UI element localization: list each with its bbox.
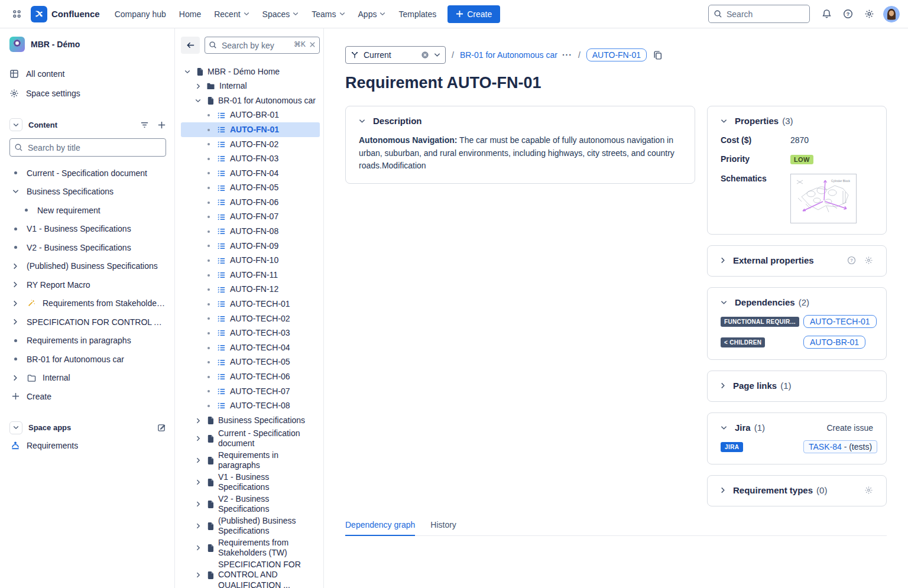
sidebar-content-item[interactable]: Business Specifications [9, 183, 166, 202]
tree-item[interactable]: V1 - Business Specifications [181, 472, 320, 493]
tree-item[interactable]: AUTO-TECH-02 [181, 311, 320, 326]
close-icon[interactable] [309, 41, 316, 48]
chevron-right-icon[interactable] [721, 487, 725, 493]
create-issue-link[interactable]: Create issue [826, 423, 873, 433]
tree-item[interactable]: AUTO-TECH-05 [181, 355, 320, 370]
tree-item[interactable]: (Published) Business Specifications [181, 515, 320, 537]
dependency-link[interactable]: AUTO-BR-01 [803, 336, 865, 349]
breadcrumb-parent-link[interactable]: BR-01 for Autonomous car [460, 50, 557, 60]
back-button[interactable] [181, 37, 200, 54]
top-menu-item[interactable]: Company hub [108, 6, 173, 22]
dependency-link[interactable]: AUTO-TECH-01 [803, 315, 877, 328]
chevron-right-icon[interactable] [11, 375, 20, 381]
settings-gear-icon[interactable] [860, 5, 878, 24]
tree-item[interactable]: BR-01 for Autonomous car [181, 93, 320, 108]
chevron-down-icon[interactable] [721, 119, 727, 124]
sidebar-content-item[interactable]: V1 - Business Specifications [9, 220, 166, 239]
top-menu-item[interactable]: Spaces [256, 6, 306, 22]
tree-item[interactable]: MBR - Démo Home [181, 64, 320, 79]
tab[interactable]: Dependency graph [345, 520, 415, 536]
tree-item[interactable]: AUTO-TECH-01 [181, 297, 320, 312]
sidebar-content-item[interactable]: Requirements in paragraphs [9, 332, 166, 350]
chevron-down-icon[interactable] [359, 119, 365, 124]
edit-icon[interactable] [157, 423, 166, 432]
chevron-down-icon[interactable] [183, 70, 192, 74]
copy-icon[interactable] [653, 50, 663, 60]
tree-item[interactable]: AUTO-FN-07 [181, 210, 320, 225]
chevron-right-icon[interactable] [11, 319, 20, 325]
clear-filter-icon[interactable] [421, 51, 429, 59]
sidebar-item-space-settings[interactable]: Space settings [9, 83, 166, 103]
tree-item[interactable]: AUTO-TECH-04 [181, 340, 320, 355]
collapse-content-icon[interactable] [9, 118, 22, 131]
top-menu-item[interactable]: Home [173, 6, 207, 22]
tree-item[interactable]: SPECIFICATION FOR CONTROL AND QUALIFICAT… [181, 559, 320, 588]
chevron-right-icon[interactable] [721, 257, 725, 264]
tree-item[interactable]: Business Specifications [181, 413, 320, 428]
filter-icon[interactable] [140, 121, 149, 129]
chevron-right-icon[interactable] [194, 501, 202, 507]
sidebar-content-item[interactable]: New requirement [20, 201, 166, 220]
sidebar-content-item[interactable]: (Published) Business Specifications [9, 257, 166, 276]
help-icon[interactable]: ? [847, 256, 856, 265]
app-switcher-icon[interactable] [7, 5, 26, 24]
sidebar-content-item[interactable]: Internal [9, 369, 166, 388]
tree-item[interactable]: AUTO-FN-02 [181, 137, 320, 152]
create-button[interactable]: Create [447, 5, 500, 23]
sidebar-content-item[interactable]: RY Report Macro [9, 275, 166, 294]
top-menu-item[interactable]: Templates [392, 6, 443, 22]
chevron-right-icon[interactable] [721, 382, 725, 389]
tree-item[interactable]: AUTO-TECH-08 [181, 399, 320, 414]
tree-item[interactable]: AUTO-TECH-06 [181, 369, 320, 384]
tree-item[interactable]: AUTO-FN-08 [181, 225, 320, 239]
jira-issue-link[interactable]: TASK-84 - (tests) [803, 440, 877, 453]
tab[interactable]: History [430, 520, 456, 535]
sidebar-content-item[interactable]: V2 - Business Specifications [9, 238, 166, 257]
sidebar-item-all-content[interactable]: All content [9, 64, 166, 83]
chevron-right-icon[interactable] [194, 83, 202, 89]
chevron-down-icon[interactable] [194, 99, 202, 103]
chevron-right-icon[interactable] [194, 479, 202, 485]
chevron-down-icon[interactable] [11, 189, 20, 194]
tree-item[interactable]: Current - Specification document [181, 428, 320, 450]
top-menu-item[interactable]: Recent [207, 6, 255, 22]
gear-icon[interactable] [864, 256, 873, 265]
tree-item[interactable]: AUTO-BR-01 [181, 108, 320, 123]
tree-item[interactable]: AUTO-FN-01 [181, 122, 320, 137]
breadcrumb-current-id[interactable]: AUTO-FN-01 [586, 48, 647, 61]
top-menu-item[interactable]: Apps [352, 6, 393, 22]
chevron-down-icon[interactable] [721, 300, 727, 305]
tree-item[interactable]: AUTO-TECH-03 [181, 326, 320, 341]
tree-item[interactable]: AUTO-FN-10 [181, 254, 320, 268]
chevron-right-icon[interactable] [11, 281, 20, 288]
space-header[interactable]: MBR - Démo [9, 37, 166, 52]
gear-icon[interactable] [864, 486, 873, 495]
tree-item[interactable]: AUTO-FN-03 [181, 152, 320, 167]
schematics-image[interactable]: Cylinder Block [790, 174, 857, 223]
version-filter-dropdown[interactable]: Current [345, 46, 446, 64]
tree-item[interactable]: AUTO-FN-06 [181, 195, 320, 210]
chevron-right-icon[interactable] [194, 523, 202, 529]
tree-item[interactable]: AUTO-FN-09 [181, 239, 320, 254]
tree-item[interactable]: AUTO-FN-05 [181, 181, 320, 196]
tree-item[interactable]: Requirements from Stakeholders (TW) [181, 537, 320, 559]
chevron-right-icon[interactable] [11, 300, 20, 307]
content-search-input[interactable] [9, 138, 166, 157]
add-content-icon[interactable] [157, 121, 166, 129]
chevron-right-icon[interactable] [194, 572, 202, 578]
sidebar-content-item[interactable]: Requirements from Stakeholders (... [9, 294, 166, 313]
user-avatar[interactable] [883, 6, 900, 22]
tree-item[interactable]: Requirements in paragraphs [181, 450, 320, 472]
tree-item[interactable]: V2 - Business Specifications [181, 493, 320, 515]
chevron-right-icon[interactable] [11, 263, 20, 269]
chevron-down-icon[interactable] [721, 425, 727, 430]
sidebar-app-requirements[interactable]: Requirements [9, 437, 166, 456]
sidebar-content-item[interactable]: Create [9, 387, 166, 406]
tree-item[interactable]: AUTO-FN-12 [181, 282, 320, 297]
chevron-right-icon[interactable] [194, 545, 202, 551]
breadcrumb-ellipsis[interactable]: ··· [562, 50, 572, 60]
tree-item[interactable]: Internal [181, 79, 320, 94]
notifications-icon[interactable] [817, 5, 836, 24]
chevron-right-icon[interactable] [194, 436, 202, 441]
tree-item[interactable]: AUTO-FN-11 [181, 268, 320, 282]
